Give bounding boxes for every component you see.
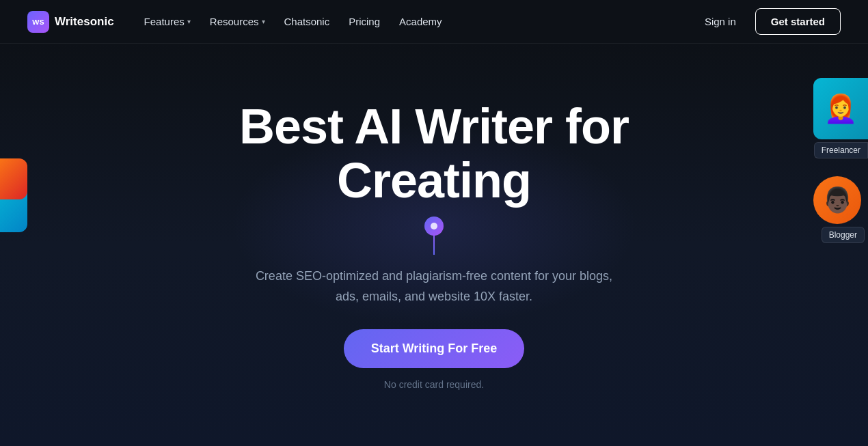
nav-right: Sign in Get started xyxy=(696,8,841,35)
cursor-dot-icon xyxy=(424,217,444,236)
chevron-down-icon: ▾ xyxy=(262,18,265,25)
navbar: ws Writesonic Features ▾ Resources ▾ Cha… xyxy=(0,0,868,44)
nav-item-academy[interactable]: Academy xyxy=(391,10,450,33)
cta-button[interactable]: Start Writing For Free xyxy=(344,329,525,368)
get-started-button[interactable]: Get started xyxy=(755,8,841,35)
nav-item-chatsonic[interactable]: Chatsonic xyxy=(276,10,338,33)
logo-icon: ws xyxy=(27,11,49,33)
nav-item-features[interactable]: Features ▾ xyxy=(136,10,199,33)
chevron-down-icon: ▾ xyxy=(187,18,191,25)
side-avatar-left xyxy=(0,178,27,232)
no-credit-card-text: No credit card required. xyxy=(140,379,728,390)
cursor-decoration xyxy=(140,214,728,255)
avatar-group-freelancer: Freelancer xyxy=(813,78,868,158)
avatar-blogger-label: Blogger xyxy=(822,227,865,243)
hero-content: Best AI Writer for Creating Create SEO-o… xyxy=(126,100,742,390)
hero-title: Best AI Writer for Creating xyxy=(140,100,728,208)
nav-item-resources[interactable]: Resources ▾ xyxy=(202,10,273,33)
hero-section: Freelancer Blogger Best AI Writer for Cr… xyxy=(0,44,868,446)
nav-menu: Features ▾ Resources ▾ Chatsonic Pricing… xyxy=(136,10,450,33)
brand-name: Writesonic xyxy=(55,15,114,29)
avatar-freelancer-label: Freelancer xyxy=(814,142,868,158)
avatar-left-bottom xyxy=(0,158,27,199)
logo[interactable]: ws Writesonic xyxy=(27,11,114,33)
svg-point-0 xyxy=(431,223,437,229)
nav-item-pricing[interactable]: Pricing xyxy=(340,10,388,33)
hero-subtitle: Create SEO-optimized and plagiarism-free… xyxy=(243,266,625,307)
avatar-blogger-image xyxy=(813,176,861,224)
sign-in-button[interactable]: Sign in xyxy=(696,10,744,33)
nav-left: ws Writesonic Features ▾ Resources ▾ Cha… xyxy=(27,10,450,33)
side-avatars-right: Freelancer Blogger xyxy=(813,78,868,243)
avatar-group-blogger: Blogger xyxy=(813,176,868,243)
avatar-freelancer-image xyxy=(813,78,868,139)
